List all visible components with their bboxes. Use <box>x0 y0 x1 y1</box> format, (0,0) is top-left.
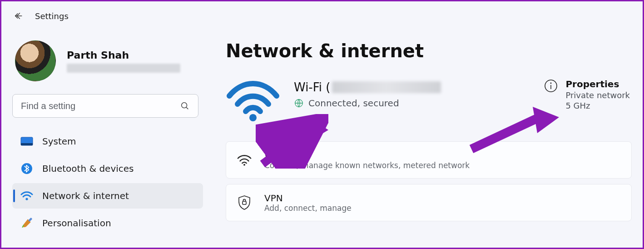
sidebar-item-personalisation[interactable]: Personalisation <box>12 210 203 236</box>
globe-icon <box>294 98 304 108</box>
sidebar-item-system[interactable]: System <box>12 129 203 154</box>
svg-rect-2 <box>21 143 33 145</box>
sidebar-item-label: Network & internet <box>42 190 129 201</box>
sidebar-item-label: Bluetooth & devices <box>42 163 134 174</box>
svg-point-4 <box>25 198 28 200</box>
user-email-redacted <box>67 64 180 73</box>
card-wifi[interactable]: WiFi Connect, manage known networks, met… <box>226 141 632 179</box>
properties-title: Properties <box>565 79 630 90</box>
system-icon <box>20 135 33 148</box>
back-button[interactable] <box>12 10 25 22</box>
search-input[interactable] <box>21 101 180 111</box>
connection-status[interactable]: Wi-Fi ( Connected, secured Properties Pr… <box>226 77 632 122</box>
card-vpn[interactable]: VPN Add, connect, manage <box>226 184 632 221</box>
card-title: VPN <box>264 193 352 204</box>
search-box[interactable] <box>12 94 198 118</box>
paintbrush-icon <box>20 217 33 229</box>
card-subtitle: Add, connect, manage <box>264 204 352 213</box>
sidebar-item-label: Personalisation <box>42 218 111 229</box>
sidebar-item-bluetooth[interactable]: Bluetooth & devices <box>12 156 203 181</box>
properties-line-1: Private network <box>565 90 630 100</box>
avatar <box>15 40 56 81</box>
svg-point-6 <box>249 114 257 121</box>
svg-point-9 <box>550 83 552 84</box>
user-name: Parth Shah <box>67 50 180 61</box>
app-title: Settings <box>35 11 69 21</box>
svg-point-10 <box>243 164 245 166</box>
search-icon <box>180 101 190 111</box>
wifi-ssid-redacted <box>332 81 441 93</box>
page-title: Network & internet <box>226 40 632 61</box>
properties-line-2: 5 GHz <box>565 101 630 110</box>
wifi-icon <box>20 189 33 202</box>
shield-lock-icon <box>236 194 253 211</box>
card-subtitle: Connect, manage known networks, metered … <box>264 161 470 170</box>
account-block[interactable]: Parth Shah <box>12 40 203 81</box>
wifi-large-icon <box>226 77 280 122</box>
svg-point-0 <box>182 103 187 108</box>
svg-rect-11 <box>243 201 246 204</box>
properties-button[interactable]: Properties Private network 5 GHz <box>544 77 632 110</box>
info-icon <box>544 79 558 93</box>
card-title: WiFi <box>264 150 470 161</box>
sidebar-item-label: System <box>42 136 76 147</box>
sidebar-item-network[interactable]: Network & internet <box>12 183 203 209</box>
bluetooth-icon <box>20 162 33 175</box>
wifi-name: Wi-Fi ( <box>294 80 441 94</box>
connection-state: Connected, secured <box>308 98 399 109</box>
wifi-icon <box>236 152 253 168</box>
